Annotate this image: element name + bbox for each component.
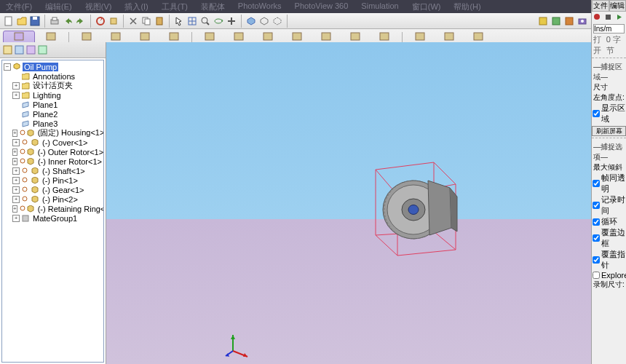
label-byte: 0 字节 xyxy=(606,34,625,56)
tree-item[interactable]: +(-) Pin<1> xyxy=(2,175,103,185)
wireframe-icon[interactable] xyxy=(258,15,270,27)
menu-item[interactable]: Simulation xyxy=(361,1,398,12)
select-icon[interactable] xyxy=(173,15,185,27)
tree-item[interactable]: +Lighting xyxy=(2,90,103,100)
menu-item[interactable]: 编辑(E) xyxy=(45,1,72,12)
tree-item-label: (-) Pin<1> xyxy=(41,176,79,185)
menu-item[interactable]: 装配体 xyxy=(201,1,225,12)
tree-item[interactable]: +MateGroup1 xyxy=(2,213,103,223)
svg-rect-31 xyxy=(416,33,424,40)
opt-overlay-cursor[interactable]: 覆盖指针 xyxy=(592,249,626,271)
save-icon[interactable] xyxy=(29,15,41,27)
right-tab-file[interactable]: 文件 xyxy=(592,0,609,12)
redo-icon[interactable] xyxy=(75,15,87,27)
camera-icon[interactable] xyxy=(577,15,588,27)
rotate-icon[interactable] xyxy=(213,15,224,27)
svg-rect-8 xyxy=(145,19,150,25)
svg-rect-19 xyxy=(47,33,55,40)
tree-item-icon xyxy=(21,119,30,127)
paste-icon[interactable] xyxy=(154,15,165,27)
opt-transparent[interactable]: 帧同透明 xyxy=(592,173,626,194)
cut-icon[interactable] xyxy=(127,15,139,27)
rebuild-icon[interactable] xyxy=(95,15,106,27)
open-icon[interactable] xyxy=(16,15,28,27)
toolbar-main: /* inline svgs */ xyxy=(0,13,626,29)
svg-rect-4 xyxy=(52,17,57,20)
tree-content[interactable]: −Oil PumpAnnotations+设计活页夹+LightingPlane… xyxy=(1,60,104,363)
capture-hotkey-input[interactable] xyxy=(593,24,625,33)
tree-item-label: Plane2 xyxy=(31,110,59,119)
tree-item-label: (-) Outer Rotor<1> xyxy=(36,148,104,157)
svg-rect-13 xyxy=(539,17,547,25)
pan-icon[interactable] xyxy=(226,15,237,27)
menu-item[interactable]: 文件(F) xyxy=(6,1,32,12)
svg-rect-51 xyxy=(606,15,611,20)
tree-item[interactable]: +(固定) Housing<1> xyxy=(2,128,103,138)
tree-item[interactable]: Plane2 xyxy=(2,109,103,119)
opt-explorer[interactable]: Explorer xyxy=(592,271,626,280)
zoom-fit-icon[interactable] xyxy=(186,15,198,27)
copy-icon[interactable] xyxy=(140,15,152,27)
menu-item[interactable]: 窗口(W) xyxy=(412,1,441,12)
tree-item[interactable]: +(-) Outer Rotor<1> xyxy=(2,147,103,157)
menu-item[interactable]: 帮助(H) xyxy=(453,1,480,12)
tree-item[interactable]: Plane1 xyxy=(2,100,103,109)
opt-timestamp[interactable]: 记录时间 xyxy=(592,194,626,216)
shaded-icon[interactable] xyxy=(245,15,257,27)
tree-item[interactable]: +(-) Cover<1> xyxy=(2,138,103,147)
tree-item-icon xyxy=(31,176,39,184)
tab-config-icon[interactable] xyxy=(26,45,36,55)
right-tab-edit[interactable]: 编辑 xyxy=(609,0,627,12)
tab-display-icon[interactable] xyxy=(38,45,48,55)
menu-item[interactable]: 视图(V) xyxy=(85,1,112,12)
tree-item-icon xyxy=(31,186,39,194)
tree-item[interactable]: +(-) Retaining Ring<1> xyxy=(2,204,103,213)
menu-item[interactable]: 工具(T) xyxy=(162,1,188,12)
tree-item-icon xyxy=(27,129,35,137)
options-icon[interactable] xyxy=(108,15,119,27)
stop-icon[interactable] xyxy=(603,12,614,23)
svg-rect-20 xyxy=(82,33,91,40)
svg-rect-25 xyxy=(234,33,243,40)
svg-rect-27 xyxy=(293,33,301,40)
print-icon[interactable] xyxy=(49,15,60,27)
capture-panel: 文件 编辑 打开0 字节 —捕捉区域— 尺寸 左角度点: 显示区域 刷新屏幕 —… xyxy=(591,0,626,364)
record-icon[interactable] xyxy=(593,12,603,23)
tree-item[interactable]: +设计活页夹 xyxy=(2,81,103,90)
svg-point-12 xyxy=(215,19,222,23)
tree-item[interactable]: +(-) Shaft<1> xyxy=(2,166,103,175)
opt-loop[interactable]: 循环 xyxy=(592,216,626,227)
scene-icon[interactable] xyxy=(550,15,562,27)
bounding-box xyxy=(368,148,463,257)
tab-feature-tree-icon[interactable] xyxy=(3,45,13,55)
menu-item[interactable]: PhotoView 360 xyxy=(295,1,349,12)
show-area-checkbox[interactable]: 显示区域 xyxy=(592,103,626,124)
tree-root[interactable]: −Oil Pump xyxy=(2,62,103,71)
svg-rect-21 xyxy=(111,33,120,40)
refresh-screen-button[interactable]: 刷新屏幕 xyxy=(592,126,626,136)
opt-overlay-border[interactable]: 覆盖边框 xyxy=(592,227,626,249)
tree-item-icon xyxy=(21,110,30,118)
tab-property-icon[interactable] xyxy=(15,45,25,55)
zoom-area-icon[interactable] xyxy=(199,15,211,27)
feature-tree-panel: −Oil PumpAnnotations+设计活页夹+LightingPlane… xyxy=(0,42,106,364)
tree-tabs xyxy=(0,42,106,58)
tree-item[interactable]: +(-) Gear<1> xyxy=(2,185,103,194)
render-icon[interactable] xyxy=(563,15,575,27)
viewport-3d[interactable] xyxy=(106,42,626,364)
tree-item[interactable]: +(-) Pin<2> xyxy=(2,194,103,204)
new-icon[interactable] xyxy=(3,15,15,27)
label-size: 尺寸 xyxy=(592,82,626,92)
appearance-icon[interactable] xyxy=(537,15,549,27)
tree-item-icon xyxy=(31,167,39,175)
menubar: 文件(F) 编辑(E) 视图(V) 插入(I) 工具(T) 装配体 PhotoW… xyxy=(0,0,626,13)
hidden-lines-icon[interactable] xyxy=(272,15,283,27)
play-icon[interactable] xyxy=(614,12,625,23)
menu-item[interactable]: PhotoWorks xyxy=(238,1,282,12)
tree-item[interactable]: +(-) Inner Rotor<1> xyxy=(2,157,103,166)
menu-item[interactable]: 插入(I) xyxy=(124,1,148,12)
svg-rect-9 xyxy=(156,17,162,25)
undo-icon[interactable] xyxy=(62,15,74,27)
tree-item-icon xyxy=(21,100,30,108)
tree-item-icon xyxy=(27,205,35,213)
